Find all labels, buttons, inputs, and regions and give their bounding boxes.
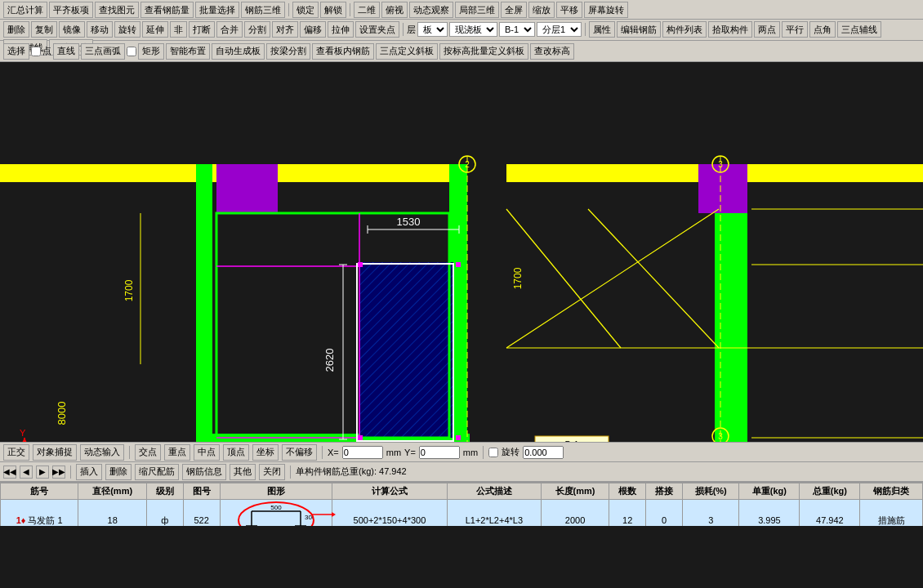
btn-offset[interactable]: 偏移 (300, 21, 326, 38)
btn-split-by-beam[interactable]: 按梁分割 (266, 43, 310, 60)
label-point: 点 (42, 45, 51, 57)
cell-shape: 500 300 150 (220, 500, 332, 527)
btn-snap[interactable]: 对象捕捉 (33, 444, 77, 461)
svg-text:2620: 2620 (323, 349, 336, 372)
btn-rotate[interactable]: 旋转 (114, 21, 140, 38)
btn-lock[interactable]: 锁定 (292, 2, 319, 18)
rebar-table-container: 筋号 直径(mm) 级别 图号 图形 计算公式 公式描述 长度(mm) 根数 搭… (0, 481, 923, 526)
btn-component-list[interactable]: 构件列表 (662, 21, 707, 38)
btn-close[interactable]: 关闭 (259, 464, 285, 480)
btn-midpoint[interactable]: 中点 (194, 444, 220, 461)
btn-scale-rebar[interactable]: 缩尺配筋 (135, 464, 179, 480)
btn-rebar-3d[interactable]: 钢筋三维 (241, 2, 285, 18)
btn-smart-place[interactable]: 智能布置 (166, 43, 210, 60)
sep5 (129, 446, 130, 459)
btn-merge[interactable]: 合并 (216, 21, 243, 38)
btn-pick-component[interactable]: 拾取构件 (708, 21, 752, 38)
btn-coord[interactable]: 坐标 (252, 444, 279, 461)
btn-break[interactable]: 打断 (189, 21, 215, 38)
btn-find[interactable]: 查找图元 (95, 2, 139, 18)
rebar-table: 筋号 直径(mm) 级别 图号 图形 计算公式 公式描述 长度(mm) 根数 搭… (0, 483, 923, 526)
btn-point-angle[interactable]: 点角 (809, 21, 836, 38)
select-layer-num[interactable]: 分层1 (537, 22, 582, 37)
svg-text:1700: 1700 (512, 267, 524, 289)
y-input[interactable] (419, 446, 460, 459)
btn-next[interactable]: ▶ (36, 466, 49, 479)
cell-unit-weight: 3.995 (739, 500, 800, 527)
btn-mirror[interactable]: 镜像 (59, 21, 85, 38)
select-layer-type[interactable]: 板 (417, 22, 448, 37)
btn-line[interactable]: 直线 (53, 43, 79, 60)
btn-rebar-info[interactable]: 钢筋信息 (182, 464, 226, 480)
btn-rect[interactable]: 矩形 (138, 43, 164, 60)
btn-del-row[interactable]: 删除 (105, 464, 132, 480)
svg-rect-50 (358, 435, 363, 440)
btn-dynamic-input[interactable]: 动态输入 (80, 444, 124, 461)
btn-edit-rebar[interactable]: 编辑钢筋 (617, 21, 661, 38)
svg-rect-8 (216, 164, 278, 213)
check-rect[interactable] (127, 47, 136, 56)
btn-delete[interactable]: 删除 (3, 21, 29, 38)
btn-calc[interactable]: 汇总计算 (3, 2, 47, 18)
btn-extend[interactable]: 延伸 (142, 21, 168, 38)
btn-zoom[interactable]: 缩放 (528, 2, 555, 18)
check-point[interactable] (31, 47, 41, 56)
btn-select[interactable]: 选择 (3, 43, 29, 60)
btn-local-3d[interactable]: 局部三维 (455, 2, 499, 18)
btn-properties[interactable]: 属性 (589, 21, 615, 38)
btn-batch-select[interactable]: 批量选择 (195, 2, 239, 18)
btn-view-board-rebar[interactable]: 查看板内钢筋 (312, 43, 374, 60)
cell-grade: ф (146, 500, 183, 527)
btn-copy[interactable]: 复制 (31, 21, 57, 38)
btn-insert[interactable]: 插入 (76, 464, 102, 480)
btn-screen-rotate[interactable]: 屏幕旋转 (584, 2, 628, 18)
btn-view-rebar[interactable]: 查看钢筋量 (140, 2, 194, 18)
btn-batch-slope[interactable]: 按标高批量定义斜板 (439, 43, 528, 60)
btn-ortho[interactable]: 正交 (3, 444, 29, 461)
rotate-input[interactable] (523, 446, 564, 459)
table-row[interactable]: 1♦ 马发筋 1 18 ф 522 (1, 500, 923, 527)
btn-unlock[interactable]: 解锁 (320, 2, 346, 18)
btn-auto-gen-board[interactable]: 自动生成板 (212, 43, 265, 60)
btn-arc[interactable]: 三点画弧 (81, 43, 125, 60)
sep6 (322, 446, 323, 459)
x-input[interactable] (342, 446, 383, 459)
btn-other[interactable]: 其他 (230, 464, 256, 480)
svg-rect-15 (359, 262, 453, 438)
cell-count: 12 (609, 500, 646, 527)
col-description: 公式描述 (448, 483, 542, 500)
cell-bar-no: 1♦ 马发筋 1 (1, 500, 78, 527)
btn-three-point-aux[interactable]: 三点辅线 (837, 21, 881, 38)
select-layer-id[interactable]: B-1 (499, 22, 535, 37)
btn-prev[interactable]: ◀ (20, 466, 33, 479)
col-length: 长度(mm) (541, 483, 609, 500)
btn-trim[interactable]: 非 (170, 21, 187, 38)
svg-text:3: 3 (718, 432, 723, 441)
btn-set-grip[interactable]: 设置夹点 (355, 21, 399, 38)
btn-align[interactable]: 对齐 (272, 21, 298, 38)
check-rotate[interactable] (488, 448, 498, 457)
btn-flat-board[interactable]: 平齐板项 (49, 2, 93, 18)
btn-dynamic-observe[interactable]: 动态观察 (409, 2, 453, 18)
btn-split[interactable]: 分割 (244, 21, 270, 38)
x-unit: mm (386, 448, 401, 457)
btn-toppoint[interactable]: 顶点 (223, 444, 249, 461)
btn-stretch[interactable]: 拉伸 (328, 21, 354, 38)
cad-canvas[interactable]: 1530 2620 1700 8000 1700 2 3 3 (0, 62, 923, 442)
btn-endpoint[interactable]: 重点 (164, 444, 190, 461)
btn-pan[interactable]: 平移 (556, 2, 582, 18)
btn-intersect[interactable]: 交点 (135, 444, 161, 461)
arrow-annotation (311, 508, 336, 521)
btn-move[interactable]: 移动 (87, 21, 113, 38)
btn-fullscreen[interactable]: 全屏 (501, 2, 527, 18)
btn-last[interactable]: ▶▶ (52, 466, 65, 479)
btn-two-point[interactable]: 两点 (754, 21, 780, 38)
btn-view-elev[interactable]: 查改标高 (530, 43, 574, 60)
btn-top-view[interactable]: 俯视 (381, 2, 408, 18)
btn-parallel[interactable]: 平行 (782, 21, 808, 38)
btn-2d[interactable]: 二维 (354, 2, 380, 18)
btn-first[interactable]: ◀◀ (3, 466, 16, 479)
select-layer-material[interactable]: 现浇板 (449, 22, 497, 37)
btn-three-point-slope[interactable]: 三点定义斜板 (376, 43, 438, 60)
btn-no-offset[interactable]: 不偏移 (282, 444, 317, 461)
